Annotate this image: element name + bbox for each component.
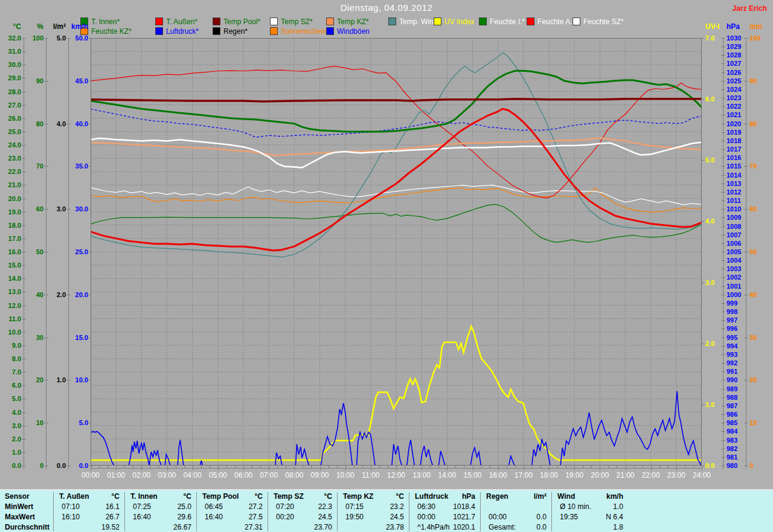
axis-header-uv: UV-I — [705, 22, 719, 31]
stats-col-unit: l/m² — [486, 492, 547, 501]
axis-tick — [721, 89, 725, 90]
axis-tick-label-hpa: 1006 — [726, 240, 747, 247]
axis-tick — [744, 252, 748, 252]
axis-tick-label-pct: 100 — [24, 34, 43, 42]
axis-tick-label-hpa: 1002 — [726, 274, 747, 281]
axis-tick-label-pct: 30 — [24, 334, 43, 341]
axis-tick-label-c: 30.0 — [0, 61, 21, 68]
axis-tick — [721, 55, 725, 56]
axis-tick — [744, 380, 748, 380]
stats-col-unit: °C — [343, 492, 404, 501]
x-axis-minor-tick — [184, 466, 185, 469]
stats-cell-value: 24.5 — [274, 513, 332, 522]
axis-tick-label-kmh: 35.0 — [69, 162, 88, 170]
axis-tick-label-pct: 0 — [24, 462, 43, 469]
axis-tick-label-kmh: 10.0 — [69, 376, 88, 383]
stats-cell-value: 29.6 — [130, 513, 191, 522]
axis-tick — [721, 363, 725, 364]
x-axis-label: 18:00 — [535, 471, 563, 479]
axis-tick-label-hpa: 1016 — [726, 154, 747, 161]
axis-tick — [22, 239, 26, 239]
x-axis-minor-tick — [481, 466, 482, 469]
axis-tick — [721, 184, 725, 184]
x-axis-label: 07:00 — [255, 471, 283, 479]
axis-tick-label-c: 14.0 — [0, 275, 21, 282]
x-axis-minor-tick — [626, 466, 626, 470]
chart-canvas — [91, 38, 702, 466]
legend-swatch-icon — [479, 18, 487, 25]
legend-swatch-icon — [155, 27, 163, 35]
axis-tick-label-hpa: 994 — [726, 342, 747, 350]
axis-tick-label-pct: 50 — [24, 248, 43, 255]
axis-tick — [721, 38, 725, 39]
x-axis-minor-tick — [455, 466, 456, 469]
stats-cell-value: 27.5 — [202, 513, 263, 522]
x-axis-minor-tick — [252, 466, 252, 469]
legend-item-feuchte-i: Feuchte I.* — [479, 18, 525, 25]
axis-tick — [22, 439, 26, 440]
x-axis-minor-tick — [294, 466, 295, 470]
stats-cell-value: 19.52 — [59, 523, 120, 532]
axis-tick — [44, 166, 48, 167]
x-axis-minor-tick — [396, 466, 397, 470]
axis-tick — [744, 423, 748, 423]
axis-tick-label-c: 1.0 — [0, 449, 21, 456]
axis-tick-label-min: 60 — [749, 205, 765, 213]
x-axis-minor-tick — [617, 466, 617, 469]
x-axis-minor-tick — [438, 466, 439, 469]
axis-tick-label-kmh: 30.0 — [69, 205, 88, 213]
x-axis-minor-tick — [176, 466, 176, 469]
axis-tick — [721, 252, 725, 252]
legend-item-temp-sz: Temp SZ* — [270, 18, 313, 25]
axis-tick-label-c: 31.0 — [0, 48, 21, 55]
axis-tick-label-min: 70 — [749, 162, 765, 170]
axis-tick — [721, 243, 725, 244]
axis-tick — [721, 46, 725, 47]
axis-tick-label-c: 18.0 — [0, 222, 21, 229]
x-axis-minor-tick — [311, 466, 312, 469]
x-axis-minor-tick — [379, 466, 380, 469]
axis-tick — [721, 338, 725, 338]
axis-tick — [744, 209, 748, 210]
stats-cell-value: 1.0 — [557, 502, 623, 511]
axis-tick — [22, 412, 26, 413]
x-axis-minor-tick — [320, 466, 321, 470]
axis-tick — [721, 277, 725, 278]
axis-tick-label-c: 13.0 — [0, 288, 21, 295]
axis-tick-label-min: 80 — [749, 120, 765, 127]
axis-tick-label-hpa: 1022 — [726, 103, 747, 110]
axis-tick-label-hpa: 997 — [726, 316, 747, 324]
stats-cell-value: N 6.4 — [557, 513, 623, 522]
axis-tick-label-uv: 4.0 — [705, 217, 723, 225]
axis-tick-label-lm2: 3.0 — [47, 205, 66, 213]
x-axis-minor-tick — [507, 466, 507, 469]
axis-tick — [744, 166, 748, 167]
axis-tick-label-c: 25.0 — [0, 128, 21, 135]
x-axis-minor-tick — [540, 466, 541, 469]
axis-tick — [22, 199, 26, 199]
legend-item-label: Temp KZ* — [337, 18, 369, 26]
x-axis-minor-tick — [566, 466, 566, 469]
axis-tick — [721, 217, 725, 218]
stats-col-unit: °C — [202, 492, 263, 501]
axis-tick — [721, 397, 725, 398]
x-axis-minor-tick — [99, 466, 100, 469]
axis-tick-label-pct: 70 — [24, 162, 43, 170]
legend-item-feuchte-sz: Feuchte SZ* — [573, 18, 624, 25]
axis-header-pct: % — [24, 22, 43, 31]
axis-tick-label-hpa: 1001 — [726, 283, 747, 290]
axis-tick — [721, 200, 725, 201]
x-axis-minor-tick — [210, 466, 210, 469]
x-axis-label: 22:00 — [637, 471, 665, 479]
stats-cell-value: 1020.1 — [415, 523, 475, 532]
axis-tick-label-min: 100 — [749, 34, 765, 42]
legend-swatch-icon — [155, 18, 163, 25]
stats-cell-value: 22.3 — [274, 502, 332, 511]
x-axis-minor-tick — [532, 466, 533, 469]
axis-tick — [721, 106, 725, 107]
axis-tick-label-kmh: 40.0 — [69, 120, 88, 127]
legend-swatch-icon — [326, 27, 334, 35]
x-axis-label: 12:00 — [382, 471, 410, 479]
axis-tick-label-lm2: 5.0 — [47, 34, 66, 42]
axis-tick-label-hpa: 989 — [726, 385, 747, 393]
